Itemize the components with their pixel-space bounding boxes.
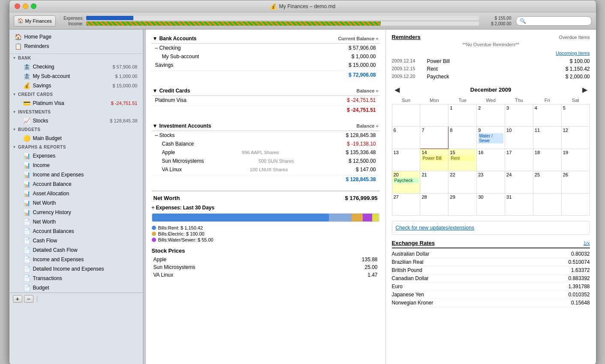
exchange-rate-row[interactable]: Canadian Dollar0.883392 (392, 274, 590, 283)
sidebar-item-asset-allocation[interactable]: 📊 Asset Allocation (18, 189, 143, 198)
sidebar-item-main-budget[interactable]: 🟡 Main Budget (18, 134, 143, 143)
sidebar-section-credit[interactable]: ▼ CREDIT CARDS (9, 90, 143, 98)
exchange-rate-row[interactable]: Australian Dollar0.80032 (392, 250, 590, 258)
cal-day[interactable]: 16 (477, 149, 505, 171)
cal-day[interactable] (533, 194, 561, 216)
list-item[interactable]: 2009.12.15 Rent $ 1,150.42 (392, 65, 590, 73)
sidebar-section-graphs[interactable]: ▼ GRAPHS & REPORTS (9, 143, 143, 151)
sidebar-item-expenses[interactable]: 📊 Expenses (18, 151, 143, 161)
sidebar-item-subaccount[interactable]: 🏦 My Sub-account $ 1,000.00 (18, 72, 143, 81)
exchange-rate-row[interactable]: Euro1.391788 (392, 283, 590, 291)
table-row[interactable]: – Stocks $ 128,845.38 (152, 131, 379, 140)
cal-day[interactable]: 21 (420, 171, 448, 194)
sidebar-item-net-worth-graph[interactable]: 📊 Net Worth (18, 198, 143, 208)
table-row[interactable]: – Checking $ 57,906.08 (152, 44, 379, 52)
sidebar-item-detailed-income-expenses[interactable]: 📄 Detailed Income and Expenses (18, 264, 143, 274)
cal-day[interactable]: 15 Rent (448, 149, 477, 171)
table-row[interactable]: Apple 996 AAPL Shares $ 135,336.48 (152, 148, 379, 157)
cal-day[interactable]: 7 (420, 127, 448, 149)
sidebar-item-detailed-cash-flow[interactable]: 📄 Detailed Cash Flow (18, 245, 143, 255)
sidebar-item-account-balance[interactable]: 📊 Account Balance (18, 179, 143, 189)
minimize-button[interactable] (23, 3, 28, 9)
sidebar-section-budgets[interactable]: ▼ BUDGETS (9, 125, 143, 134)
sidebar-item-income-expenses-report[interactable]: 📄 Income and Expenses (18, 255, 143, 264)
cal-day[interactable]: 24 (505, 171, 533, 194)
table-row[interactable]: Platinum Visa $ -24,751.51 (152, 96, 379, 104)
investment-balance-header[interactable]: Balance ÷ (356, 123, 378, 128)
cal-day[interactable] (561, 194, 590, 216)
cal-day[interactable]: 4 (533, 104, 561, 127)
table-row[interactable]: VA Linux 1.47 (152, 271, 379, 279)
sidebar-item-budget-report[interactable]: 📄 Budget (18, 283, 143, 292)
list-item[interactable]: 2009.12.14 Power Bill $ 100.00 (392, 57, 590, 65)
cal-day[interactable]: 14 Power Bill (420, 149, 448, 171)
cal-day[interactable]: 11 (533, 127, 561, 149)
cal-day[interactable]: 10 (505, 127, 533, 149)
cal-day[interactable]: 3 (505, 104, 533, 127)
sidebar-item-homepage[interactable]: 🏠 Home Page (9, 32, 143, 42)
add-account-button[interactable]: + (13, 295, 22, 303)
cal-day[interactable]: 8 (448, 127, 477, 149)
cal-day[interactable]: 26 (561, 171, 590, 194)
cal-day[interactable]: 23 (477, 171, 505, 194)
table-row[interactable]: Sun Microsystems 25.00 (152, 263, 379, 271)
table-row[interactable]: VA Linux 100 LNUX Shares $ 147.00 (152, 165, 379, 174)
calendar-next-button[interactable]: ▶ (580, 86, 590, 94)
search-box[interactable]: 🔍 (516, 16, 592, 26)
bank-current-balance-header[interactable]: Current Balance ÷ (338, 36, 378, 41)
exchange-rate-row[interactable]: Norwegian Kroner0.15648 (392, 299, 590, 307)
cal-day[interactable]: 5 (561, 104, 590, 127)
cal-day[interactable]: 27 (392, 194, 420, 216)
table-row[interactable]: Cash Balance $ -19,138.10 (152, 140, 379, 148)
cal-day[interactable]: 12 (561, 127, 590, 149)
cal-day[interactable] (392, 104, 420, 127)
cal-day[interactable]: 9 Water / Sewe (477, 127, 505, 149)
sidebar-item-currency-history[interactable]: 📊 Currency History (18, 208, 143, 217)
credit-balance-header[interactable]: Balance ÷ (356, 88, 378, 93)
search-input[interactable] (528, 18, 588, 24)
table-row[interactable]: Sun Microsystems 500 SUN Shares $ 12,500… (152, 157, 379, 165)
remove-account-button[interactable]: − (24, 295, 33, 303)
sidebar-item-transactions[interactable]: 📄 Transactions (18, 274, 143, 283)
sidebar-item-income[interactable]: 📊 Income (18, 161, 143, 170)
sidebar-item-checking[interactable]: 🏦 Checking $ 57,906.08 (18, 62, 143, 72)
sidebar-item-stocks[interactable]: 📈 Stocks $ 128,845.38 (18, 116, 143, 125)
cal-day[interactable]: 13 (392, 149, 420, 171)
cal-day[interactable]: 22 (448, 171, 477, 194)
sidebar-item-savings[interactable]: 💰 Savings $ 15,000.00 (18, 81, 143, 90)
close-button[interactable] (15, 3, 20, 9)
sidebar-item-platinum-visa[interactable]: 💳 Platinum Visa $ -24,751.51 (18, 98, 143, 108)
calendar-prev-button[interactable]: ◀ (392, 86, 402, 94)
cal-day[interactable]: 19 (561, 149, 590, 171)
table-row[interactable]: Savings $ 15,000.00 (152, 61, 379, 69)
exchange-rate-row[interactable]: Brazilian Real0.510074 (392, 258, 590, 266)
sidebar-item-cash-flow[interactable]: 📄 Cash Flow (18, 236, 143, 245)
cal-day[interactable]: 25 (533, 171, 561, 194)
cal-day[interactable]: 2 (477, 104, 505, 127)
cal-day[interactable]: 18 (533, 149, 561, 171)
cal-day[interactable]: 29 (448, 194, 477, 216)
exchange-rate-toggle[interactable]: 1/x (584, 241, 590, 246)
check-updates-link[interactable]: Check for new updates/extensions (392, 221, 590, 235)
cal-day[interactable]: 30 (477, 194, 505, 216)
sidebar-item-net-worth-report[interactable]: 📄 Net Worth (18, 217, 143, 227)
table-row[interactable]: Apple 135.88 (152, 256, 379, 263)
sidebar-item-income-expenses[interactable]: 📊 Income and Expenses (18, 170, 143, 179)
sidebar-section-investments[interactable]: ▼ INVESTMENTS (9, 108, 143, 116)
list-item[interactable]: 2009.12.20 Paycheck $ 2,000.00 (392, 73, 590, 81)
sidebar-item-reminders[interactable]: 📋 Reminders (9, 42, 143, 51)
exchange-rate-row[interactable]: British Pound1.63372 (392, 266, 590, 274)
cal-day[interactable]: 28 (420, 194, 448, 216)
sidebar-section-bank[interactable]: ▼ BANK (9, 54, 143, 62)
cal-day[interactable] (420, 104, 448, 127)
cal-day[interactable]: 31 (505, 194, 533, 216)
cal-day[interactable]: 6 (392, 127, 420, 149)
cal-day[interactable]: 20 Paycheck (392, 171, 420, 194)
account-selector[interactable]: 🏠 My Finances (14, 15, 56, 27)
upcoming-items-label[interactable]: Upcoming Items (392, 51, 590, 56)
table-row[interactable]: My Sub-account $ 1,000.00 (152, 52, 379, 61)
cal-day[interactable]: 17 (505, 149, 533, 171)
exchange-rate-row[interactable]: Japanese Yen0.010352 (392, 291, 590, 299)
cal-day[interactable]: 1 (448, 104, 477, 127)
sidebar-item-account-balances[interactable]: 📄 Account Balances (18, 227, 143, 236)
